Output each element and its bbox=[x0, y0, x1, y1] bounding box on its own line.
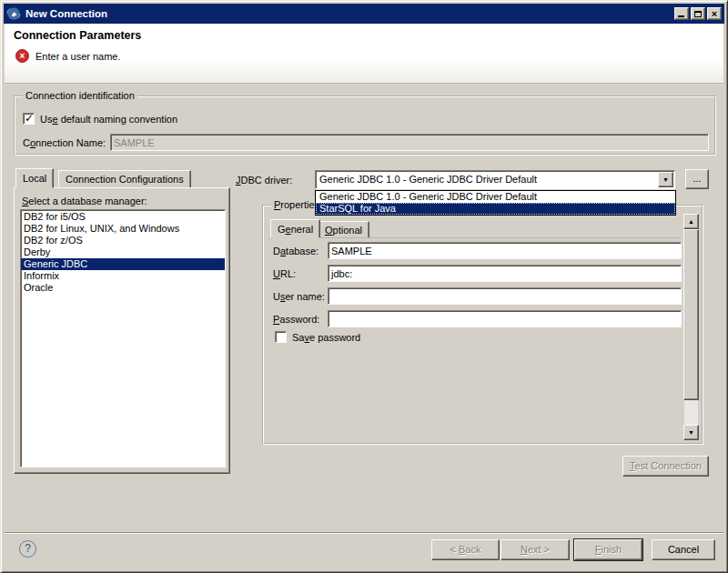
maximize-button[interactable] bbox=[691, 7, 705, 20]
database-label: Database: bbox=[273, 246, 318, 256]
list-item-oracle[interactable]: Oracle bbox=[21, 282, 225, 294]
properties-scrollbar: ▲ ▼ bbox=[683, 214, 699, 440]
scrollbar-track[interactable] bbox=[684, 400, 698, 425]
list-item-informix[interactable]: Informix bbox=[21, 270, 225, 282]
wizard-header: Connection Parameters × Enter a user nam… bbox=[5, 24, 723, 84]
new-connection-dialog: New Connection × Connection Parameters ×… bbox=[0, 0, 728, 573]
help-button[interactable]: ? bbox=[19, 540, 36, 558]
finish-button[interactable]: Finish bbox=[574, 539, 642, 560]
url-field[interactable] bbox=[328, 265, 682, 282]
list-item-generic-jdbc[interactable]: Generic JDBC bbox=[21, 258, 225, 270]
minimize-button[interactable] bbox=[674, 7, 689, 20]
use-default-naming-checkbox[interactable]: ✓ bbox=[23, 113, 35, 125]
user-name-field[interactable] bbox=[328, 287, 682, 305]
error-message-row: × Enter a user name. bbox=[15, 49, 121, 63]
user-name-label: User name: bbox=[273, 291, 325, 302]
scrollbar-thumb[interactable] bbox=[683, 229, 699, 400]
check-icon: ✓ bbox=[25, 112, 34, 125]
database-manager-list: DB2 for i5/OS DB2 for Linux, UNIX, and W… bbox=[20, 209, 226, 467]
tab-general[interactable]: General bbox=[270, 219, 320, 238]
database-manager-label: Select a database manager: bbox=[22, 196, 147, 206]
list-item-derby[interactable]: Derby bbox=[21, 246, 225, 258]
scroll-up-button[interactable]: ▲ bbox=[683, 214, 699, 229]
jdbc-driver-label: JDBC driver: bbox=[236, 175, 292, 186]
tab-optional[interactable]: Optional bbox=[318, 221, 369, 238]
tab-connection-configurations[interactable]: Connection Configurations bbox=[58, 170, 191, 188]
save-password-checkbox[interactable] bbox=[275, 331, 287, 343]
dropdown-item-generic-jdbc[interactable]: Generic JDBC 1.0 - Generic JDBC Driver D… bbox=[316, 191, 675, 203]
tab-local[interactable]: Local bbox=[15, 168, 54, 188]
scroll-down-button[interactable]: ▼ bbox=[683, 425, 699, 440]
list-item-db2-luw[interactable]: DB2 for Linux, UNIX, and Windows bbox=[21, 223, 225, 235]
cancel-button[interactable]: Cancel bbox=[652, 539, 715, 560]
window-title: New Connection bbox=[25, 8, 672, 19]
password-label: Password: bbox=[273, 314, 319, 325]
url-label: URL: bbox=[273, 268, 296, 279]
title-bar[interactable]: New Connection × bbox=[4, 4, 724, 24]
chevron-down-icon[interactable]: ▼ bbox=[658, 172, 673, 187]
save-password-label: Save password bbox=[292, 332, 360, 343]
new-connection-wizard-icon bbox=[6, 6, 21, 21]
list-item-db2-zos[interactable]: DB2 for z/OS bbox=[21, 235, 225, 246]
connection-name-label: Connection Name: bbox=[23, 137, 106, 148]
close-button[interactable]: × bbox=[707, 7, 722, 20]
list-item-db2-i5os[interactable]: DB2 for i5/OS bbox=[21, 211, 225, 223]
jdbc-driver-value: Generic JDBC 1.0 - Generic JDBC Driver D… bbox=[316, 171, 657, 188]
minimize-icon bbox=[678, 15, 684, 17]
page-title: Connection Parameters bbox=[14, 29, 141, 42]
browse-driver-button[interactable]: ... bbox=[685, 169, 709, 189]
tab-content-divider bbox=[268, 237, 680, 238]
jdbc-driver-combo[interactable]: Generic JDBC 1.0 - Generic JDBC Driver D… bbox=[315, 170, 675, 189]
password-field[interactable] bbox=[328, 310, 682, 327]
next-button[interactable]: Next > bbox=[500, 539, 570, 560]
jdbc-driver-dropdown: Generic JDBC 1.0 - Generic JDBC Driver D… bbox=[315, 190, 676, 216]
dropdown-item-starsql[interactable]: StarSQL for Java bbox=[316, 203, 675, 215]
close-icon: × bbox=[712, 9, 717, 18]
back-button[interactable]: < Back bbox=[431, 539, 500, 560]
local-tab-panel: Select a database manager: DB2 for i5/OS… bbox=[14, 187, 230, 474]
error-message: Enter a user name. bbox=[35, 51, 121, 62]
footer-separator bbox=[5, 532, 723, 534]
connection-name-field[interactable] bbox=[110, 134, 709, 151]
use-default-naming-label: Use default naming convention bbox=[40, 114, 177, 125]
test-connection-button[interactable]: Test Connection bbox=[622, 456, 709, 477]
connection-identification-group: Connection identification ✓ Use default … bbox=[14, 96, 716, 156]
error-icon: × bbox=[15, 49, 29, 63]
database-field[interactable] bbox=[328, 242, 682, 259]
properties-group: Properties General Optional Database: UR… bbox=[262, 205, 703, 445]
connection-identification-legend: Connection identification bbox=[23, 90, 137, 102]
maximize-icon bbox=[694, 11, 702, 17]
